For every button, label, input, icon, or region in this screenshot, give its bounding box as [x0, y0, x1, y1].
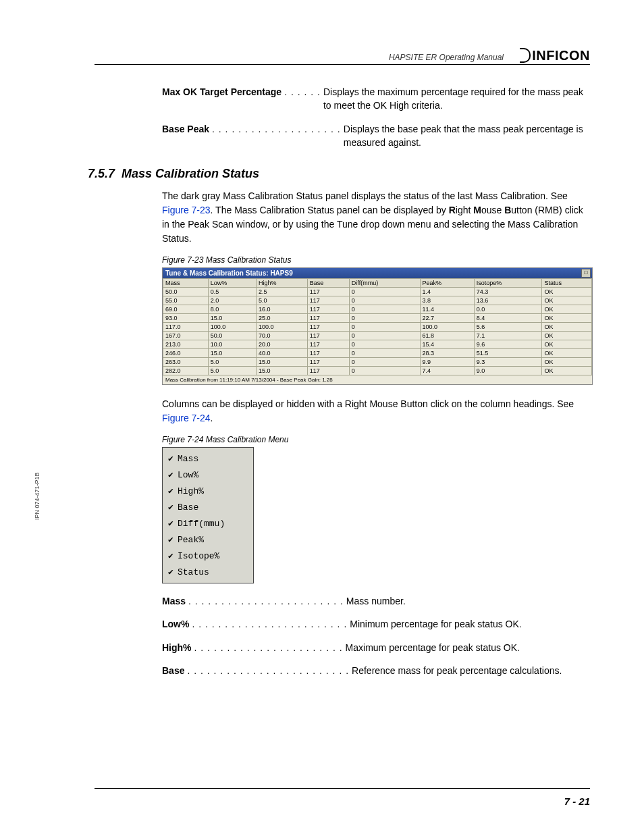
definition-desc: Minimum percentage for peak status OK. — [350, 617, 590, 631]
table-cell: 2.5 — [256, 288, 307, 296]
table-cell: 117 — [307, 358, 349, 367]
table-cell: 0 — [349, 367, 420, 375]
table-cell: 0 — [349, 288, 420, 296]
table-cell: 8.0 — [208, 305, 256, 314]
table-header-cell[interactable]: Isotope% — [474, 279, 542, 288]
menu-item[interactable]: ✔Status — [164, 564, 252, 580]
table-cell: 0 — [349, 323, 420, 332]
table-cell: 93.0 — [163, 314, 209, 323]
check-icon: ✔ — [168, 453, 178, 464]
definition-term: Base — [162, 664, 184, 677]
table-cell: 55.0 — [163, 296, 209, 305]
menu-item-label: Isotope% — [178, 551, 219, 561]
table-cell: 5.6 — [474, 323, 542, 332]
logo-mark-icon — [520, 48, 531, 63]
definition-row: Low%. . . . . . . . . . . . . . . . . . … — [162, 617, 590, 631]
table-cell: OK — [542, 288, 592, 296]
table-row: 55.02.05.011703.813.6OK — [163, 296, 592, 305]
definition-desc: Displays the maximum percentage required… — [323, 85, 590, 113]
calibration-title-text: Tune & Mass Calibration Status: HAPS9 — [165, 269, 293, 277]
table-cell: 117 — [307, 332, 349, 340]
menu-item-label: Diff(mmu) — [178, 519, 225, 529]
table-cell: 15.0 — [256, 358, 307, 367]
calibration-context-menu: ✔Mass✔Low%✔High%✔Base✔Diff(mmu)✔Peak%✔Is… — [162, 447, 254, 583]
table-cell: OK — [542, 314, 592, 323]
window-restore-icon[interactable]: □ — [581, 269, 591, 278]
definition-dots: . . . . . . . . . . . . . . . . . . . . … — [192, 641, 346, 654]
table-cell: 117 — [307, 314, 349, 323]
figure-7-24-caption: Figure 7-24 Mass Calibration Menu — [162, 435, 590, 444]
definition-term: Max OK Target Percentage — [162, 85, 281, 99]
table-cell: OK — [542, 332, 592, 340]
table-cell: 117 — [307, 305, 349, 314]
figure-7-23-caption: Figure 7-23 Mass Calibration Status — [162, 255, 590, 265]
table-header-cell[interactable]: Low% — [208, 279, 256, 288]
definition-term: Low% — [162, 617, 189, 631]
figure-7-23-link[interactable]: Figure 7-23 — [162, 205, 211, 215]
table-cell: OK — [542, 349, 592, 358]
definition-dots: . . . . . . . . . . . . . . . . . . . . … — [186, 594, 346, 608]
table-cell: 28.3 — [420, 349, 474, 358]
menu-item[interactable]: ✔Mass — [164, 450, 252, 467]
table-cell: 117 — [307, 296, 349, 305]
table-cell: 0 — [349, 314, 420, 323]
table-cell: OK — [542, 358, 592, 367]
definition-row: Mass . . . . . . . . . . . . . . . . . .… — [162, 594, 590, 608]
table-cell: OK — [542, 340, 592, 349]
table-cell: 25.0 — [256, 314, 307, 323]
definition-desc: Mass number. — [346, 594, 590, 608]
paragraph-columns: Columns can be displayed or hidden with … — [162, 397, 590, 425]
check-icon: ✔ — [168, 567, 178, 577]
table-cell: 2.0 — [208, 296, 256, 305]
table-header-cell[interactable]: Status — [542, 279, 592, 288]
table-cell: 0 — [349, 296, 420, 305]
table-cell: 3.8 — [420, 296, 474, 305]
figure-7-24-link[interactable]: Figure 7-24 — [162, 413, 211, 423]
table-cell: 15.4 — [420, 340, 474, 349]
table-cell: 0 — [349, 358, 420, 367]
table-cell: 74.3 — [474, 288, 542, 296]
definition-desc: Displays the base peak that the mass pea… — [344, 122, 590, 150]
table-header-cell[interactable]: Peak% — [420, 279, 474, 288]
table-cell: 9.0 — [474, 367, 542, 375]
menu-item[interactable]: ✔Low% — [164, 467, 252, 483]
table-cell: 0.5 — [208, 288, 256, 296]
definition-desc: Reference mass for peak percentage calcu… — [352, 664, 590, 677]
table-cell: 7.4 — [420, 367, 474, 375]
table-cell: OK — [542, 305, 592, 314]
calibration-table: MassLow%High%BaseDiff(mmu)Peak%Isotope%S… — [163, 278, 592, 375]
table-header-cell[interactable]: Diff(mmu) — [349, 279, 420, 288]
table-row: 282.05.015.011707.49.0OK — [163, 367, 592, 375]
table-row: 263.05.015.011709.99.3OK — [163, 358, 592, 367]
table-cell: OK — [542, 296, 592, 305]
definition-desc: Maximum percentage for peak status OK. — [346, 641, 590, 654]
table-cell: 5.0 — [208, 367, 256, 375]
table-row: 93.015.025.0117022.78.4OK — [163, 314, 592, 323]
table-cell: 167.0 — [163, 332, 209, 340]
check-icon: ✔ — [168, 502, 178, 513]
menu-item[interactable]: ✔Peak% — [164, 531, 252, 548]
table-header-cell[interactable]: High% — [256, 279, 307, 288]
table-cell: 117 — [307, 349, 349, 358]
menu-item[interactable]: ✔High% — [164, 483, 252, 499]
table-cell: 9.3 — [474, 358, 542, 367]
table-cell: 0 — [349, 349, 420, 358]
table-cell: 15.0 — [256, 367, 307, 375]
table-header-cell[interactable]: Mass — [163, 279, 209, 288]
menu-item-label: Status — [178, 567, 209, 577]
table-cell: 100.0 — [208, 323, 256, 332]
menu-item[interactable]: ✔Base — [164, 499, 252, 515]
calibration-status-panel: Tune & Mass Calibration Status: HAPS9 □ … — [162, 267, 593, 385]
table-row: 69.08.016.0117011.40.0OK — [163, 305, 592, 314]
calibration-title-bar: Tune & Mass Calibration Status: HAPS9 □ — [163, 268, 592, 278]
table-cell: 117.0 — [163, 323, 209, 332]
table-row: 50.00.52.511701.474.3OK — [163, 288, 592, 296]
table-cell: 9.9 — [420, 358, 474, 367]
menu-item[interactable]: ✔Isotope% — [164, 548, 252, 564]
table-header-cell[interactable]: Base — [307, 279, 349, 288]
header-rule — [95, 64, 590, 65]
table-cell: 15.0 — [208, 314, 256, 323]
table-row: 117.0100.0100.01170100.05.6OK — [163, 323, 592, 332]
menu-item[interactable]: ✔Diff(mmu) — [164, 515, 252, 531]
table-cell: 117 — [307, 323, 349, 332]
